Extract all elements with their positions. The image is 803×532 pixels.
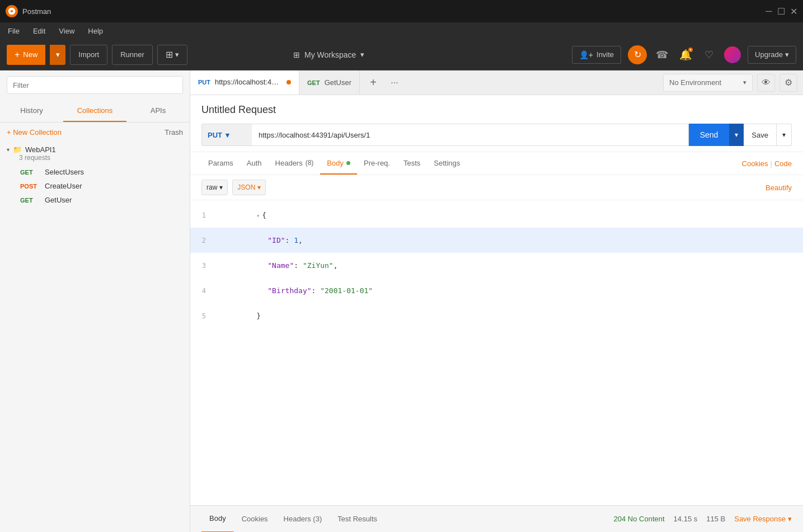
new-dropdown-button[interactable]: ▾ [50,45,65,65]
json-dropdown-icon: ▾ [257,183,261,191]
method-select[interactable]: PUT ▾ [201,124,252,146]
line-content: "ID": 1, [213,228,803,253]
upgrade-label: Upgrade [755,50,783,59]
menubar: File Edit View Help [0,22,803,39]
response-tab-tests[interactable]: Test Results [330,506,385,533]
postman-logo [6,5,18,17]
notifications-button[interactable]: 🔔 • [677,46,694,63]
beautify-button[interactable]: Beautify [766,183,792,192]
maximize-button[interactable]: ☐ [777,7,785,15]
user-avatar[interactable] [724,46,741,63]
response-tab-headers[interactable]: Headers (3) [276,506,330,533]
tab-collections[interactable]: Collections [63,100,126,122]
close-button[interactable]: ✕ [790,7,797,15]
request-method-tabs: Params Auth Headers (8) Body Pre-req. Te… [190,152,803,175]
response-time: 14.15 s [674,515,698,523]
more-tabs-button[interactable]: ··· [386,74,403,92]
format-select[interactable]: raw ▾ [201,180,228,195]
tab-method-put: PUT [198,79,210,86]
json-value: JSON [237,183,255,191]
list-item[interactable]: POST CreateUser [0,179,190,193]
list-item[interactable]: GET SelectUsers [0,165,190,179]
menu-file[interactable]: File [6,26,22,36]
tab-history[interactable]: History [0,100,63,122]
search-icon-button[interactable]: ☎ [654,46,670,63]
tests-label: Tests [403,159,420,167]
tab-get-request[interactable]: GET GetUser [299,70,360,95]
tab-url-put: https://localhost:44391/... [215,78,282,86]
line-number: 4 [190,287,213,295]
request-name: GetUser [45,196,72,204]
new-label: New [23,50,37,59]
environment-area: No Environment ▾ 👁 ⚙ [663,74,803,92]
sidebar: History Collections APIs + New Collectio… [0,70,190,532]
collection-folder-icon: 📁 [13,145,22,154]
menu-edit[interactable]: Edit [31,26,48,36]
sync-button[interactable]: ↻ [628,45,647,64]
environment-label: No Environment [669,78,721,87]
save-button[interactable]: Save [744,124,777,146]
tab-put-request[interactable]: PUT https://localhost:44391/... [190,70,299,95]
trash-button[interactable]: Trash [165,128,183,136]
tab-apis[interactable]: APIs [126,100,190,122]
workspace-selector[interactable]: ⊞ My Workspace ▾ [293,50,364,59]
tab-headers[interactable]: Headers (8) [269,152,321,175]
response-tab-cookies[interactable]: Cookies [234,506,276,533]
runner-button[interactable]: Runner [112,45,153,65]
method-badge-get: GET [20,169,40,176]
code-link[interactable]: Code [774,159,792,168]
import-button[interactable]: Import [70,45,107,65]
upgrade-button[interactable]: Upgrade ▾ [748,46,796,64]
menu-view[interactable]: View [57,26,77,36]
environment-select[interactable]: No Environment ▾ [663,74,753,92]
invite-button[interactable]: 👤+ Invite [572,46,621,64]
menu-help[interactable]: Help [86,26,105,36]
new-collection-button[interactable]: + New Collection [7,128,62,136]
response-tab-body[interactable]: Body [201,506,234,533]
tab-method-get: GET [307,79,320,86]
eye-icon: 👁 [762,78,771,88]
tab-prereq[interactable]: Pre-req. [357,152,397,175]
toolbar: + New ▾ Import Runner ⊞ ▾ ⊞ My Workspace… [0,39,803,70]
format-value: raw [206,183,217,191]
list-item[interactable]: GET GetUser [0,193,190,207]
tab-tests[interactable]: Tests [397,152,427,175]
line-number: 3 [190,262,213,270]
line-number: 2 [190,237,213,244]
tab-settings[interactable]: Settings [427,152,467,175]
search-input[interactable] [7,76,183,94]
prereq-label: Pre-req. [364,159,390,167]
request-name: CreateUser [45,182,82,190]
new-button[interactable]: + New [7,45,45,65]
send-dropdown-button[interactable]: ▾ [729,124,744,146]
collapse-icon[interactable]: ▾ [256,213,260,219]
body-active-dot [346,161,350,165]
tab-body[interactable]: Body [320,152,357,175]
tab-auth[interactable]: Auth [240,152,269,175]
save-dropdown-button[interactable]: ▾ [777,124,792,146]
save-response-button[interactable]: Save Response ▾ [734,515,792,523]
code-line: 3 "Name": "ZiYun", [190,253,803,278]
layout-icon: ⊞ [166,49,173,60]
workspace-dropdown-icon: ▾ [360,50,364,59]
main-layout: History Collections APIs + New Collectio… [0,70,803,532]
heart-button[interactable]: ♡ [701,46,717,63]
workspace-layout-button[interactable]: ⊞ ▾ [157,45,187,65]
body-label: Body [327,159,344,167]
env-gear-button[interactable]: ⚙ [779,74,797,92]
json-select[interactable]: JSON ▾ [232,180,266,195]
tab-params[interactable]: Params [201,152,240,175]
collection-header[interactable]: ▾ 📁 WebAPI1 [7,145,183,154]
response-bar: Body Cookies Headers (3) Test Results 20… [190,505,803,532]
minimize-button[interactable]: ─ [765,7,773,15]
method-badge-post: POST [20,183,40,190]
titlebar: Postman ─ ☐ ✕ [0,0,803,22]
request-right-links: Cookies | Code [742,159,792,168]
send-button[interactable]: Send [689,124,730,146]
add-tab-button[interactable]: + [364,74,382,92]
cookies-link[interactable]: Cookies [742,159,768,168]
response-status: 204 No Content 14.15 s 115 B Save Respon… [614,515,792,523]
gear-icon: ⚙ [785,77,792,88]
env-eye-button[interactable]: 👁 [757,74,775,92]
url-input[interactable] [252,124,689,146]
